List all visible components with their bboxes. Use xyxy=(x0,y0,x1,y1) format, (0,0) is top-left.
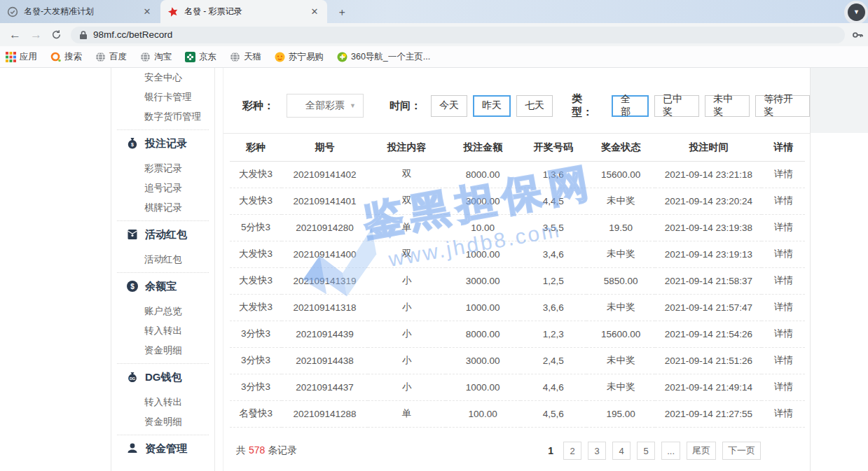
cell-time: 2021-09-14 21:51:26 xyxy=(655,347,762,374)
lock-icon xyxy=(79,30,88,40)
time-seven-days-button[interactable]: 七天 xyxy=(516,95,553,117)
cell-content: 小 xyxy=(368,347,446,374)
detail-link[interactable]: 详情 xyxy=(762,347,805,374)
table-header-row: 彩种 期号 投注内容 投注金额 开奖号码 奖金状态 投注时间 详情 xyxy=(230,134,805,161)
bookmark-apps[interactable]: 应用 xyxy=(6,51,37,63)
table-row: 大发快3 202109141319 小 3000.00 1,2,5 5850.0… xyxy=(230,267,805,294)
sidebar-section-activity-red-packet[interactable]: 活动红包 xyxy=(111,224,214,245)
sidebar-item-security-center[interactable]: 安全中心 xyxy=(111,68,214,87)
sidebar-item-lottery-records[interactable]: 彩票记录 xyxy=(111,159,214,178)
table-row: 3分快3 20210914438 小 3000.00 2,4,5 未中奖 202… xyxy=(230,347,805,374)
tab-plan[interactable]: 名發-大发精准计划 ✕ xyxy=(0,0,160,23)
type-pending-button[interactable]: 等待开奖 xyxy=(755,95,810,117)
cell-lottery[interactable]: 3分快3 xyxy=(230,321,282,347)
browser-menu-button[interactable]: ▼ xyxy=(848,3,865,21)
detail-link[interactable]: 详情 xyxy=(762,214,805,241)
type-won-button[interactable]: 已中奖 xyxy=(654,95,699,117)
sidebar-item-chase-records[interactable]: 追号记录 xyxy=(111,178,214,198)
tab-close-icon[interactable]: ✕ xyxy=(309,6,320,17)
type-all-button[interactable]: 全部 xyxy=(612,95,649,117)
cell-lottery[interactable]: 3分快3 xyxy=(230,374,282,400)
cell-numbers: 1,3,6 xyxy=(521,161,586,188)
bookmark-360nav[interactable]: 360导航_一个主页... xyxy=(337,51,430,63)
bookmark-suning[interactable]: 苏宁易购 xyxy=(275,51,324,63)
cell-lottery[interactable]: 名發快3 xyxy=(230,400,282,427)
sidebar-item-dg-transfer[interactable]: 转入转出 xyxy=(111,393,214,412)
new-tab-button[interactable]: ＋ xyxy=(335,5,349,19)
tab-close-icon[interactable]: ✕ xyxy=(142,6,153,17)
cell-lottery[interactable]: 大发快3 xyxy=(230,267,282,294)
bookmark-tmall[interactable]: 天猫 xyxy=(230,51,261,63)
sidebar-item-account-overview[interactable]: 账户总览 xyxy=(111,302,214,321)
lottery-select[interactable]: 全部彩票 ▼ xyxy=(287,94,364,118)
page-button-5[interactable]: 5 xyxy=(637,442,655,460)
time-yesterday-button[interactable]: 昨天 xyxy=(473,95,511,117)
bookmark-taobao[interactable]: 淘宝 xyxy=(140,51,172,63)
sidebar-section-bet-records[interactable]: $ 投注记录 xyxy=(111,133,214,154)
last-page-button[interactable]: 尾页 xyxy=(687,442,716,460)
sidebar-item-board-game-records[interactable]: 棋牌记录 xyxy=(111,198,214,218)
page-ellipsis-button[interactable]: ... xyxy=(661,442,680,460)
sidebar-item-funds-detail[interactable]: 资金明细 xyxy=(111,341,214,360)
col-amount: 投注金额 xyxy=(446,134,521,161)
cell-amount: 8000.00 xyxy=(446,161,521,188)
sidebar: 安全中心 银行卡管理 数字货币管理 $ 投注记录 彩票记录 追号记录 棋牌记录 … xyxy=(111,68,215,471)
page-button-4[interactable]: 4 xyxy=(612,442,631,460)
bet-record-panel: 彩种： 全部彩票 ▼ 时间： 今天 昨天 七天 类型： 全部 已中奖 未中奖 等… xyxy=(223,68,811,471)
time-today-button[interactable]: 今天 xyxy=(431,95,467,117)
sidebar-section-yuebao[interactable]: $ 余额宝 xyxy=(111,276,214,297)
detail-link[interactable]: 详情 xyxy=(762,188,805,214)
detail-link[interactable]: 详情 xyxy=(762,161,805,188)
table-row: 5分快3 20210914280 单 10.00 3,5,5 19.50 202… xyxy=(230,214,805,241)
type-lost-button[interactable]: 未中奖 xyxy=(705,95,750,117)
sidebar-section-dg-wallet[interactable]: DG DG钱包 xyxy=(111,367,214,388)
sidebar-item-dg-funds-detail[interactable]: 资金明细 xyxy=(111,412,214,432)
cell-numbers: 3,6,6 xyxy=(521,294,586,321)
page-button-2[interactable]: 2 xyxy=(563,442,581,460)
bookmark-jd[interactable]: 京东 xyxy=(185,51,216,63)
sidebar-item-activity-red-packet[interactable]: 活动红包 xyxy=(111,250,214,269)
filter-type: 类型： 全部 已中奖 未中奖 等待开奖 xyxy=(572,94,810,118)
detail-link[interactable]: 详情 xyxy=(762,294,805,321)
cell-lottery[interactable]: 大发快3 xyxy=(230,241,282,267)
detail-link[interactable]: 详情 xyxy=(762,321,805,347)
cell-status: 未中奖 xyxy=(586,294,656,321)
table-row: 大发快3 202109141400 双 1000.00 3,4,6 未中奖 20… xyxy=(230,241,805,267)
sidebar-section-label: 余额宝 xyxy=(145,276,177,297)
screen: 名發-大发精准计划 ✕ 名發 - 彩票记录 ✕ ＋ ▼ ← → 98mf.cc/… xyxy=(0,0,868,471)
tab-bet-record[interactable]: 名發 - 彩票记录 ✕ xyxy=(160,0,327,23)
bookmark-baidu[interactable]: 百度 xyxy=(95,51,127,63)
sidebar-section-label: DG钱包 xyxy=(145,367,182,388)
sidebar-item-transfer-in-out[interactable]: 转入转出 xyxy=(111,321,214,341)
search-360-icon xyxy=(50,52,61,62)
cell-content: 小 xyxy=(368,294,446,321)
sidebar-item-bank-card[interactable]: 银行卡管理 xyxy=(111,87,214,107)
bookmark-label: 淘宝 xyxy=(154,51,172,63)
detail-link[interactable]: 详情 xyxy=(762,374,805,400)
page-button-3[interactable]: 3 xyxy=(588,442,606,460)
cell-lottery[interactable]: 大发快3 xyxy=(230,294,282,321)
cell-lottery[interactable]: 大发快3 xyxy=(230,161,282,188)
sidebar-item-digital-currency[interactable]: 数字货币管理 xyxy=(111,107,214,127)
cell-lottery[interactable]: 5分快3 xyxy=(230,214,282,241)
sidebar-section-funds-management[interactable]: 资金管理 xyxy=(111,438,214,459)
detail-link[interactable]: 详情 xyxy=(762,267,805,294)
cell-lottery[interactable]: 大发快3 xyxy=(230,188,282,214)
bookmark-label: 苏宁易购 xyxy=(289,51,324,63)
cell-issue: 202109141318 xyxy=(282,294,368,321)
key-icon[interactable] xyxy=(851,29,864,41)
cell-numbers: 4,4,5 xyxy=(521,188,586,214)
forward-icon[interactable]: → xyxy=(30,28,42,42)
svg-text:$: $ xyxy=(131,142,134,148)
detail-link[interactable]: 详情 xyxy=(762,241,805,267)
reload-icon[interactable] xyxy=(51,29,62,40)
detail-link[interactable]: 详情 xyxy=(762,400,805,427)
back-icon[interactable]: ← xyxy=(9,28,21,42)
cell-content: 小 xyxy=(368,321,446,347)
bookmark-search[interactable]: 搜索 xyxy=(50,51,82,63)
cell-amount: 10.00 xyxy=(446,214,521,241)
filter-time-label: 时间： xyxy=(390,99,421,113)
cell-lottery[interactable]: 3分快3 xyxy=(230,347,282,374)
address-bar[interactable]: 98mf.cc/betRecord xyxy=(71,27,845,43)
next-page-button[interactable]: 下一页 xyxy=(722,442,761,460)
